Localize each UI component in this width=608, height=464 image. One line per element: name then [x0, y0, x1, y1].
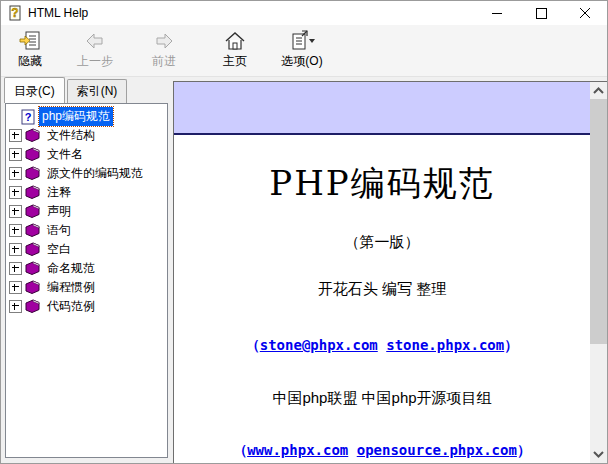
home-button[interactable]: 主页 — [211, 28, 259, 70]
scrollbar-thumb[interactable] — [590, 99, 607, 344]
tab-contents[interactable]: 目录(C) — [4, 77, 65, 103]
hide-panel-icon — [18, 29, 42, 53]
tree-item-label: php编码规范 — [39, 107, 113, 126]
vertical-scrollbar[interactable] — [590, 82, 607, 463]
hide-button-label: 隐藏 — [18, 54, 42, 68]
home-icon — [223, 29, 247, 53]
tree-item-label: 代码范例 — [44, 297, 98, 316]
tree-item-source-encoding[interactable]: 源文件的编码规范 — [6, 164, 167, 183]
expand-plus-icon[interactable] — [9, 205, 22, 218]
closed-book-icon — [24, 204, 41, 219]
closed-book-icon — [24, 299, 41, 314]
topic-pane: PHP编码规范 （第一版） 开花石头 编写 整理 （stone@phpx.com… — [173, 81, 607, 463]
close-button[interactable] — [563, 1, 607, 25]
expand-plus-icon[interactable] — [9, 129, 22, 142]
closed-book-icon — [24, 242, 41, 257]
nav-tabs: 目录(C) 索引(N) — [1, 77, 173, 103]
tree-item-label: 声明 — [44, 202, 74, 221]
link-stone-site[interactable]: stone.phpx.com — [386, 337, 504, 353]
scroll-down-button[interactable] — [590, 446, 607, 463]
closed-book-icon — [24, 261, 41, 276]
expand-plus-icon[interactable] — [9, 167, 22, 180]
tree-item-label: 命名规范 — [44, 259, 98, 278]
tree-item-label: 空白 — [44, 240, 74, 259]
help-topic-icon: ? — [21, 109, 35, 125]
chevron-down-icon — [592, 450, 605, 459]
closed-book-icon — [24, 147, 41, 162]
chevron-up-icon — [592, 86, 605, 95]
tree-item-label: 文件名 — [44, 145, 86, 164]
expand-plus-icon[interactable] — [9, 262, 22, 275]
tree-item-naming[interactable]: 命名规范 — [6, 259, 167, 278]
closed-book-icon — [24, 185, 41, 200]
html-help-window: ? HTML Help 隐藏 — [0, 0, 608, 464]
navigation-pane: 目录(C) 索引(N) ? php编码规范 — [1, 77, 173, 463]
tree-item-label: 注释 — [44, 183, 74, 202]
tree-item-statements[interactable]: 语句 — [6, 221, 167, 240]
main-area: 目录(C) 索引(N) ? php编码规范 — [1, 77, 607, 463]
document-banner — [174, 82, 590, 135]
closed-book-icon — [24, 128, 41, 143]
tree-item-comments[interactable]: 注释 — [6, 183, 167, 202]
tab-index[interactable]: 索引(N) — [67, 79, 128, 103]
expand-plus-icon[interactable] — [9, 281, 22, 294]
tree-item-php-coding-standard[interactable]: ? php编码规范 — [6, 107, 167, 126]
link-stone-email[interactable]: stone@phpx.com — [260, 337, 378, 353]
contents-tree: ? php编码规范 文件结构 — [5, 103, 168, 458]
home-button-label: 主页 — [223, 54, 247, 68]
expand-plus-icon[interactable] — [9, 186, 22, 199]
window-title: HTML Help — [28, 6, 475, 20]
tree-item-label: 源文件的编码规范 — [44, 164, 146, 183]
document-author-line: 开花石头 编写 整理 — [174, 280, 590, 299]
expand-plus-icon[interactable] — [9, 224, 22, 237]
minimize-button[interactable] — [475, 1, 519, 25]
tree-item-label: 编程惯例 — [44, 278, 98, 297]
paren-close: ） — [517, 442, 531, 458]
forward-arrow-icon — [153, 30, 175, 52]
tree-item-file-name[interactable]: 文件名 — [6, 145, 167, 164]
hide-button[interactable]: 隐藏 — [3, 28, 57, 70]
expand-plus-icon[interactable] — [9, 300, 22, 313]
help-question-icon: ? — [7, 5, 23, 21]
closed-book-icon — [24, 280, 41, 295]
expand-plus-icon[interactable] — [9, 243, 22, 256]
options-icon — [288, 29, 316, 53]
svg-text:?: ? — [11, 6, 18, 20]
back-arrow-icon — [84, 30, 106, 52]
document-site-links: （www.phpx.com opensource.phpx.com） — [174, 442, 590, 460]
closed-book-icon — [24, 166, 41, 181]
close-icon — [580, 8, 591, 19]
expand-plus-icon[interactable] — [9, 148, 22, 161]
paren-open: （ — [233, 442, 247, 458]
link-opensource-site[interactable]: opensource.phpx.com — [357, 442, 517, 458]
document-title: PHP编码规范 — [174, 161, 590, 207]
minimize-icon — [492, 8, 503, 19]
titlebar: ? HTML Help — [1, 1, 607, 25]
tree-item-whitespace[interactable]: 空白 — [6, 240, 167, 259]
tree-item-label: 语句 — [44, 221, 74, 240]
back-button[interactable]: 上一步 — [63, 28, 127, 70]
tree-item-declarations[interactable]: 声明 — [6, 202, 167, 221]
options-button[interactable]: 选项(O) — [271, 28, 333, 70]
tree-item-label: 文件结构 — [44, 126, 98, 145]
back-button-label: 上一步 — [77, 54, 113, 68]
closed-book-icon — [24, 223, 41, 238]
maximize-button[interactable] — [519, 1, 563, 25]
paren-close: ） — [504, 337, 518, 353]
scroll-up-button[interactable] — [590, 82, 607, 99]
svg-text:?: ? — [24, 111, 31, 123]
forward-button-label: 前进 — [152, 54, 176, 68]
document-contact-links: （stone@phpx.com stone.phpx.com） — [174, 337, 590, 355]
link-phpx-site[interactable]: www.phpx.com — [247, 442, 348, 458]
tree-item-practices[interactable]: 编程惯例 — [6, 278, 167, 297]
toolbar: 隐藏 上一步 前进 主页 — [1, 25, 607, 77]
window-controls — [475, 1, 607, 25]
options-button-label: 选项(O) — [281, 54, 322, 68]
forward-button[interactable]: 前进 — [135, 28, 193, 70]
document-edition: （第一版） — [174, 233, 590, 252]
document-org-line: 中国php联盟 中国php开源项目组 — [174, 389, 590, 408]
maximize-icon — [536, 8, 547, 19]
document: PHP编码规范 （第一版） 开花石头 编写 整理 （stone@phpx.com… — [174, 82, 590, 463]
tree-item-code-examples[interactable]: 代码范例 — [6, 297, 167, 316]
tree-item-file-structure[interactable]: 文件结构 — [6, 126, 167, 145]
